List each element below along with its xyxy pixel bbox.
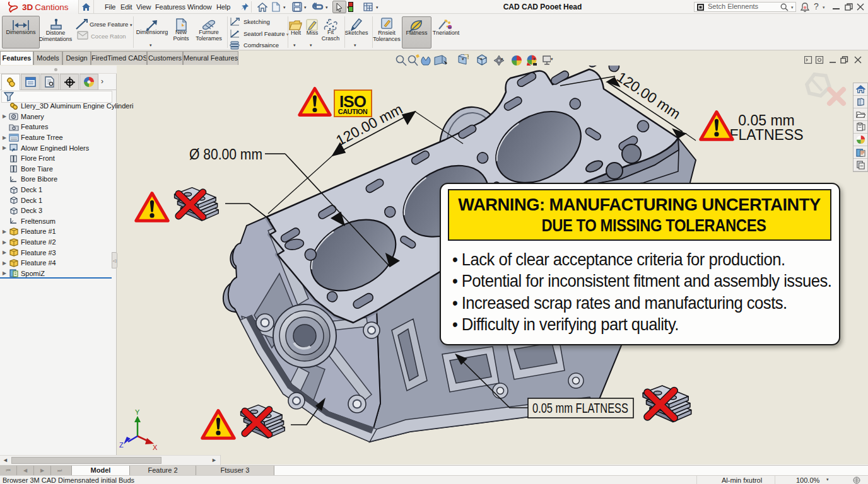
svg-text:CAUTION: CAUTION [338,108,368,115]
svg-text:0.05 mm FLATNESS: 0.05 mm FLATNESS [532,400,628,416]
svg-text:Z: Z [119,441,124,449]
svg-text:Ø 80.00 mm: Ø 80.00 mm [189,146,262,163]
svg-text:Y: Y [135,408,140,416]
svg-text:FLATNESS: FLATNESS [729,127,803,143]
svg-text:X: X [153,444,158,451]
